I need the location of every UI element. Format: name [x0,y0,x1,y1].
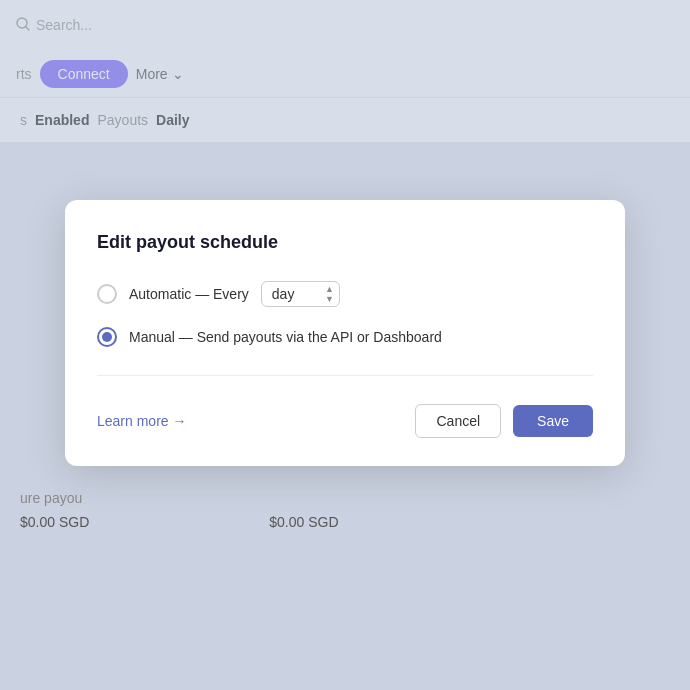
cancel-button[interactable]: Cancel [415,404,501,438]
bottom-content: ure payou $0.00 SGD $0.00 SGD [20,490,339,530]
amount-left: $0.00 SGD [20,514,89,530]
manual-label: Manual — Send payouts via the API or Das… [129,329,442,345]
footer-buttons: Cancel Save [415,404,593,438]
save-button[interactable]: Save [513,405,593,437]
day-select[interactable]: day week month [261,281,340,307]
options-section: Automatic — Every day week month ▲ ▼ Ma [97,281,593,376]
edit-payout-modal: Edit payout schedule Automatic — Every d… [65,200,625,466]
manual-radio[interactable] [97,327,117,347]
manual-option-row[interactable]: Manual — Send payouts via the API or Das… [97,327,593,347]
automatic-label-prefix: Automatic — Every [129,286,249,302]
modal-footer: Learn more → Cancel Save [97,404,593,438]
modal-overlay: Edit payout schedule Automatic — Every d… [0,0,690,690]
payout-text: ure payou [20,490,82,506]
amount-right: $0.00 SGD [269,514,338,530]
automatic-option-row[interactable]: Automatic — Every day week month ▲ ▼ [97,281,593,307]
learn-more-link[interactable]: Learn more → [97,413,186,429]
modal-title: Edit payout schedule [97,232,593,253]
day-select-wrapper[interactable]: day week month ▲ ▼ [261,281,340,307]
automatic-radio[interactable] [97,284,117,304]
